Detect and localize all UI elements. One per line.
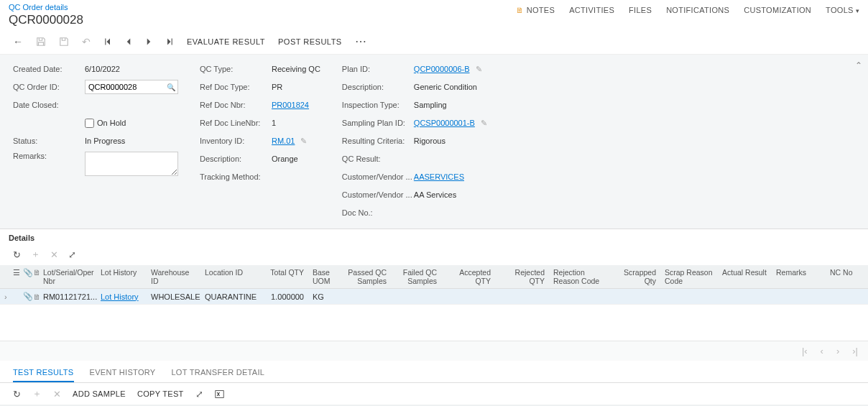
fit-columns-icon[interactable]: ⤢ (68, 249, 76, 260)
details-toolbar: ↻ ＋ ✕ ⤢ (0, 245, 868, 265)
col-warehouse[interactable]: Warehouse ID (147, 265, 200, 289)
refresh-icon[interactable]: ↻ (13, 389, 21, 400)
col-failed-qc[interactable]: Failed QC Samples (391, 265, 441, 289)
status-value: In Progress (85, 137, 125, 145)
nav-files[interactable]: FILES (629, 6, 652, 14)
col-lot-serial[interactable]: Lot/Serial/Oper Nbr (39, 265, 96, 289)
col-rejection-reason[interactable]: Rejection Reason Code (549, 265, 606, 289)
delete-row-icon[interactable]: ✕ (53, 389, 61, 400)
inspection-type-label: Inspection Type: (342, 101, 414, 109)
col-passed-qc[interactable]: Passed QC Samples (341, 265, 391, 289)
tab-lot-transfer[interactable]: LOT TRANSFER DETAIL (171, 368, 264, 382)
prev-icon[interactable] (125, 37, 132, 46)
col-base-uom[interactable]: Base UOM (308, 265, 341, 289)
col-accepted-qty[interactable]: Accepted QTY (441, 265, 495, 289)
last-icon[interactable] (165, 37, 174, 46)
delete-row-icon[interactable]: ✕ (50, 249, 58, 260)
post-results-button[interactable]: POST RESULTS (278, 37, 342, 46)
nav-notes-label: NOTES (527, 6, 555, 14)
details-grid: ☰📎🗎 Lot/Serial/Oper Nbr Lot History Ware… (0, 265, 868, 305)
pager-last-icon[interactable]: ›| (852, 346, 858, 356)
nav-notes[interactable]: 🗎NOTES (516, 6, 555, 14)
chevron-down-icon: ▾ (856, 7, 859, 14)
ref-doc-type-label: Ref Doc Type: (200, 83, 272, 91)
on-hold-checkbox[interactable] (85, 119, 94, 128)
export-excel-icon[interactable] (215, 389, 224, 399)
svg-rect-0 (215, 390, 223, 397)
first-icon[interactable] (103, 37, 112, 46)
col-total-qty[interactable]: Total QTY (258, 265, 308, 289)
inventory-id-label: Inventory ID: (200, 137, 272, 145)
pager-prev-icon[interactable]: ‹ (821, 346, 823, 356)
evaluate-result-button[interactable]: EVALUATE RESULT (187, 37, 265, 46)
nav-notifications[interactable]: NOTIFICATIONS (666, 6, 729, 14)
pencil-icon[interactable]: ✎ (481, 119, 487, 128)
copy-test-button[interactable]: COPY TEST (137, 389, 184, 398)
pencil-icon[interactable]: ✎ (300, 137, 307, 146)
cell-base-uom: KG (308, 289, 341, 305)
page-title: QCR0000028 (9, 13, 83, 27)
resulting-criteria-label: Resulting Criteria: (342, 137, 414, 145)
details-row[interactable]: › 📎 🗎 RM01121721... Lot History WHOLESAL… (0, 289, 868, 305)
fit-columns-icon[interactable]: ⤢ (195, 389, 203, 400)
plan-id-value[interactable]: QCP0000006-B (414, 65, 470, 73)
col-scrap-reason[interactable]: Scrap Reason Code (660, 265, 718, 289)
save-icon[interactable] (36, 37, 46, 47)
tab-test-results[interactable]: TEST RESULTS (13, 368, 74, 382)
lot-history-link[interactable]: Lot History (101, 292, 139, 301)
details-title: Details (0, 229, 868, 245)
attachment-icon: 📎 (23, 268, 33, 277)
ref-doc-nbr-value[interactable]: PR001824 (272, 101, 309, 109)
cell-warehouse: WHOLESALE (147, 289, 200, 305)
attachment-icon[interactable]: 📎 (23, 292, 33, 300)
nav-customization[interactable]: CUSTOMIZATION (744, 6, 811, 14)
more-actions-icon[interactable]: ⋯ (355, 34, 367, 48)
pager-first-icon[interactable]: |‹ (802, 346, 808, 356)
breadcrumb[interactable]: QC Order details (9, 3, 68, 11)
refresh-icon[interactable]: ↻ (13, 249, 21, 260)
col-nc-no[interactable]: NC No (826, 265, 868, 289)
ref-doc-line-value: 1 (272, 119, 276, 127)
back-icon[interactable]: ← (13, 36, 23, 47)
col-lot-history[interactable]: Lot History (96, 265, 147, 289)
qc-order-id-input[interactable] (85, 80, 178, 94)
undo-icon[interactable]: ↶ (82, 36, 91, 47)
results-toolbar: ↻ ＋ ✕ ADD SAMPLE COPY TEST ⤢ (0, 383, 868, 405)
inventory-id-value[interactable]: RM.01 (272, 137, 295, 145)
tab-event-history[interactable]: EVENT HISTORY (90, 368, 156, 382)
col-actual-result[interactable]: Actual Result (718, 265, 772, 289)
add-row-icon[interactable]: ＋ (31, 248, 40, 261)
col-location[interactable]: Location ID (200, 265, 258, 289)
note-icon: 🗎 (33, 268, 41, 277)
col-rejected-qty[interactable]: Rejected QTY (495, 265, 549, 289)
remarks-textarea[interactable] (85, 152, 178, 176)
pencil-icon[interactable]: ✎ (476, 65, 482, 74)
save-close-icon[interactable] (59, 37, 69, 47)
plan-desc-label: Description: (342, 83, 414, 91)
pager-next-icon[interactable]: › (836, 346, 839, 356)
notes-icon: 🗎 (516, 6, 524, 14)
nav-activities[interactable]: ACTIVITIES (569, 6, 614, 14)
add-row-icon[interactable]: ＋ (32, 387, 42, 400)
nav-tools[interactable]: TOOLS▾ (826, 6, 859, 14)
ref-doc-line-label: Ref Doc LineNbr: (200, 119, 272, 127)
cell-location: QUARANTINE (200, 289, 258, 305)
col-scrapped-qty[interactable]: Scrapped Qty (606, 265, 660, 289)
form-summary: ⌃ Created Date:6/10/2022 QC Order ID: 🔍 … (0, 55, 868, 229)
col-select-icon[interactable]: ☰ (9, 265, 19, 289)
cust-vendor-id-value[interactable]: AASERVICES (414, 172, 464, 181)
cust-vendor-id-label: Customer/Vendor ... (342, 172, 414, 181)
expand-icon[interactable]: › (0, 289, 9, 305)
inspection-type-value: Sampling (414, 101, 447, 109)
sampling-plan-value[interactable]: QCSP0000001-B (414, 119, 475, 127)
plan-id-label: Plan ID: (342, 65, 414, 73)
next-icon[interactable] (145, 37, 152, 46)
resulting-criteria-value: Rigorous (414, 137, 445, 145)
col-remarks[interactable]: Remarks (772, 265, 826, 289)
add-sample-button[interactable]: ADD SAMPLE (73, 389, 126, 398)
plan-desc-value: Generic Condition (414, 83, 477, 91)
cust-vendor-name-value: AA Services (414, 190, 456, 199)
tabs: TEST RESULTS EVENT HISTORY LOT TRANSFER … (0, 361, 868, 383)
collapse-icon[interactable]: ⌃ (855, 60, 862, 70)
note-icon[interactable]: 🗎 (33, 292, 41, 301)
